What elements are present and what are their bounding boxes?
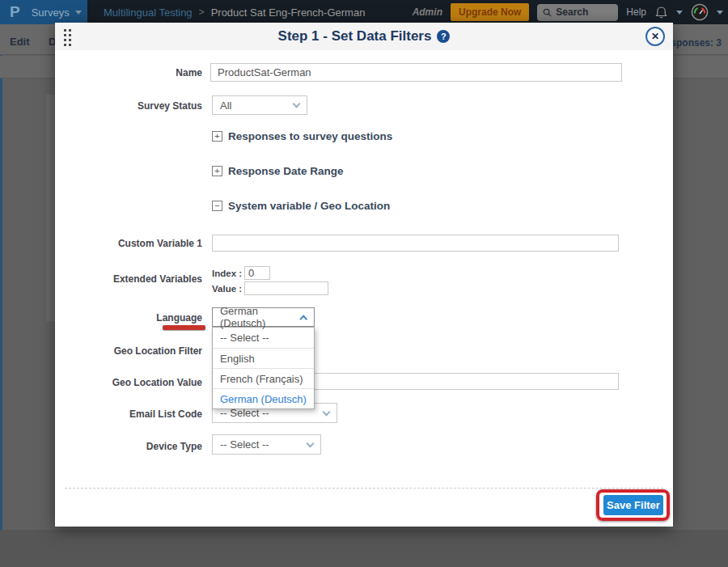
survey-status-select[interactable]: All bbox=[212, 95, 307, 115]
language-option-english[interactable]: English bbox=[213, 348, 314, 368]
index-label: Index : bbox=[212, 269, 242, 278]
language-dropdown-list: -- Select -- English French (Français) G… bbox=[212, 327, 315, 409]
surveys-menu[interactable]: P Surveys bbox=[0, 0, 87, 24]
chevron-down-icon bbox=[307, 439, 315, 447]
expand-icon[interactable]: + bbox=[212, 131, 222, 142]
chevron-down-icon bbox=[676, 11, 683, 15]
breadcrumb: Multilingual Testing > Product Sat Eng-F… bbox=[104, 0, 365, 24]
value-label: Value : bbox=[212, 284, 242, 294]
help-link[interactable]: Help bbox=[626, 6, 646, 18]
red-underline-annotation bbox=[163, 325, 205, 330]
language-label: Language bbox=[55, 312, 202, 324]
survey-status-value: All bbox=[220, 99, 231, 112]
survey-status-label: Survey Status bbox=[55, 100, 202, 112]
chevron-down-icon bbox=[293, 100, 301, 108]
device-type-label: Device Type bbox=[55, 441, 202, 452]
index-input[interactable] bbox=[244, 266, 270, 280]
screen: P Surveys Multilingual Testing > Product… bbox=[0, 0, 728, 567]
admin-label: Admin bbox=[413, 6, 442, 18]
menu-item-edit[interactable]: Edit bbox=[10, 36, 30, 48]
notifications-menu[interactable] bbox=[654, 5, 683, 19]
search-icon bbox=[543, 8, 552, 17]
search-placeholder: Search bbox=[556, 6, 588, 18]
app-logo: P bbox=[10, 0, 20, 24]
collapse-icon[interactable]: − bbox=[212, 201, 222, 211]
gauge-avatar-icon bbox=[691, 3, 709, 21]
surveys-menu-label: Surveys bbox=[32, 6, 70, 19]
section-response-date-range[interactable]: + Response Date Range bbox=[212, 165, 344, 177]
custom-variable-1-input[interactable] bbox=[212, 235, 619, 252]
language-option-french[interactable]: French (Français) bbox=[213, 368, 314, 388]
language-select[interactable]: German (Deutsch) bbox=[212, 307, 315, 327]
email-list-code-label: Email List Code bbox=[55, 408, 202, 420]
custom-variable-1-label: Custom Variable 1 bbox=[55, 238, 202, 249]
breadcrumb-folder-link[interactable]: Multilingual Testing bbox=[104, 6, 193, 19]
footer-separator bbox=[65, 488, 663, 489]
set-data-filters-dialog: Step 1 - Set Data Filters ? ✕ Name Surve… bbox=[55, 23, 673, 527]
search-input[interactable]: Search bbox=[537, 4, 618, 21]
section-label: System variable / Geo Location bbox=[228, 200, 390, 212]
section-label: Response Date Range bbox=[228, 165, 344, 177]
section-label: Responses to survey questions bbox=[228, 130, 392, 142]
chevron-down-icon bbox=[323, 408, 331, 416]
device-type-value: -- Select -- bbox=[220, 438, 269, 451]
geo-location-value-label: Geo Location Value bbox=[55, 377, 202, 388]
top-navigation-bar: P Surveys Multilingual Testing > Product… bbox=[0, 0, 728, 24]
name-input[interactable] bbox=[210, 63, 622, 82]
device-type-select[interactable]: -- Select -- bbox=[212, 434, 321, 455]
footer-band bbox=[0, 530, 728, 567]
section-system-variable-geo[interactable]: − System variable / Geo Location bbox=[212, 200, 390, 212]
upgrade-now-button[interactable]: Upgrade Now bbox=[451, 3, 529, 21]
breadcrumb-survey-name: Product Sat Eng-French-German bbox=[211, 6, 366, 19]
account-menu[interactable] bbox=[691, 3, 723, 21]
value-input[interactable] bbox=[244, 281, 328, 295]
chevron-down-icon bbox=[75, 11, 82, 15]
page-left-edge bbox=[0, 24, 2, 567]
dialog-title: Step 1 - Set Data Filters bbox=[278, 28, 432, 44]
help-icon[interactable]: ? bbox=[437, 30, 450, 43]
extended-variables-label: Extended Variables bbox=[55, 273, 202, 285]
language-selected-value: German (Deutsch) bbox=[220, 305, 301, 329]
section-responses-to-questions[interactable]: + Responses to survey questions bbox=[212, 130, 392, 142]
chevron-down-icon bbox=[717, 11, 723, 15]
content-panel-edge bbox=[46, 95, 55, 321]
language-option-german[interactable]: German (Deutsch) bbox=[213, 388, 314, 408]
close-icon[interactable]: ✕ bbox=[645, 27, 665, 46]
breadcrumb-separator: > bbox=[199, 6, 205, 18]
expand-icon[interactable]: + bbox=[212, 166, 222, 176]
bell-icon bbox=[654, 5, 668, 19]
name-label: Name bbox=[55, 67, 202, 78]
language-option-select[interactable]: -- Select -- bbox=[213, 328, 314, 348]
geo-location-filter-label: Geo Location Filter bbox=[55, 345, 202, 357]
save-filter-button[interactable]: Save Filter bbox=[603, 495, 663, 515]
